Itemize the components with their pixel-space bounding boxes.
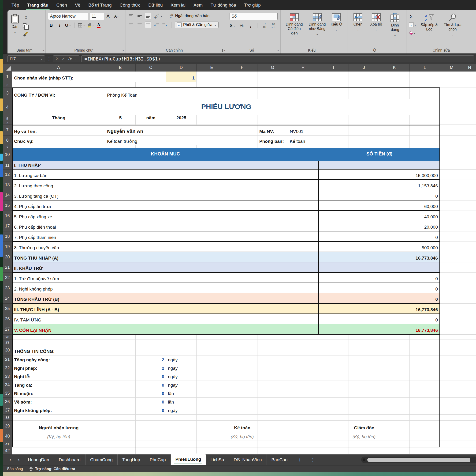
row-header-28[interactable]: 28 — [3, 335, 12, 340]
cell-N40[interactable] — [463, 432, 476, 441]
row-header-33[interactable]: 33 — [3, 372, 12, 381]
cell-F31[interactable] — [227, 355, 257, 364]
cell-A40[interactable]: (Ký, họ tên) — [12, 432, 105, 441]
cell-K28[interactable] — [379, 335, 410, 340]
cell-E32[interactable] — [197, 364, 227, 372]
merge-center-button[interactable]: ↔ Phối & Căn giữa ⌄ — [175, 21, 219, 28]
cell-N12[interactable] — [463, 169, 476, 180]
cell-J41[interactable] — [349, 441, 379, 447]
cell-M22[interactable] — [440, 273, 463, 283]
cell-M33[interactable] — [440, 372, 463, 381]
row-header-13[interactable]: 13 — [3, 180, 12, 190]
cell-D28[interactable] — [166, 335, 197, 340]
cell-H7[interactable]: NV001 — [288, 125, 349, 136]
cell-N36[interactable] — [463, 398, 476, 406]
menu-tab-chèn[interactable]: Chèn — [52, 0, 71, 10]
cell-N42[interactable] — [463, 447, 476, 455]
cell-H6[interactable] — [288, 122, 318, 125]
cell-E35[interactable] — [197, 389, 227, 398]
cell-H3[interactable] — [288, 88, 318, 99]
cell-E29[interactable] — [197, 340, 227, 345]
cell-J32[interactable] — [349, 364, 379, 372]
row-header-7[interactable]: 7 — [3, 125, 12, 136]
payslip-amount-I15[interactable]: 60,000 — [318, 201, 440, 211]
autosum-button[interactable]: Σ⌄ — [409, 13, 416, 20]
menu-tab-tự-động-hóa[interactable]: Tự động hóa — [207, 0, 240, 10]
cell-N41[interactable] — [463, 441, 476, 447]
align-middle-button[interactable] — [136, 13, 143, 19]
cell-H35[interactable] — [288, 389, 318, 398]
cell-G34[interactable] — [257, 381, 288, 389]
cell-E2[interactable] — [197, 82, 227, 88]
cell-H5[interactable] — [288, 115, 318, 122]
cell-J36[interactable] — [349, 398, 379, 406]
cell-I29[interactable] — [318, 340, 349, 345]
cell-C2[interactable] — [136, 82, 166, 88]
insert-function-icon[interactable]: fx — [68, 56, 72, 61]
row-header-1[interactable]: 1 — [3, 72, 12, 82]
cell-B6[interactable] — [105, 122, 136, 125]
cell-A33[interactable]: Nghỉ lễ: — [12, 372, 105, 381]
payslip-amount-I14[interactable]: 0 — [318, 190, 440, 201]
cell-I9[interactable] — [318, 145, 349, 148]
sheet-tab-ChamCong[interactable]: ChamCong — [85, 455, 118, 465]
cell-G40[interactable] — [257, 432, 288, 441]
col-header-D[interactable]: D — [166, 64, 197, 72]
cell-M12[interactable] — [440, 169, 463, 180]
cell-B5[interactable]: 5 — [105, 115, 136, 122]
cell-M7[interactable] — [440, 125, 463, 136]
cell-N13[interactable] — [463, 180, 476, 190]
payslip-amount-I20[interactable]: 16,773,846 — [318, 252, 440, 262]
cell-I1[interactable] — [318, 72, 349, 82]
cell-J37[interactable] — [349, 406, 379, 415]
cell-I5[interactable] — [318, 115, 349, 122]
cell-J9[interactable] — [349, 145, 379, 148]
menu-tab-tệp[interactable]: Tệp — [7, 0, 23, 10]
row-header-9[interactable]: 9 — [3, 145, 12, 148]
cell-N3[interactable] — [463, 88, 476, 99]
number-format-select[interactable]: Số⌄ — [230, 13, 278, 20]
cell-B38[interactable] — [105, 415, 136, 421]
cell-D38[interactable] — [166, 415, 197, 421]
row-header-36[interactable]: 36 — [3, 398, 12, 406]
cell-H30[interactable] — [288, 345, 318, 355]
payslip-amount-I24[interactable]: 0 — [318, 293, 440, 304]
cell-D30[interactable] — [166, 345, 197, 355]
col-header-I[interactable]: I — [318, 64, 349, 72]
row-header-15[interactable]: 15 — [3, 201, 12, 211]
cell-L37[interactable] — [410, 406, 440, 415]
cell-M3[interactable] — [440, 88, 463, 99]
select-all-corner[interactable] — [3, 64, 12, 72]
cell-K33[interactable] — [379, 372, 410, 381]
cell-M37[interactable] — [440, 406, 463, 415]
cell-N25[interactable] — [463, 304, 476, 314]
cell-C39[interactable] — [136, 421, 166, 432]
cell-B31[interactable] — [105, 355, 136, 364]
cell-E38[interactable] — [197, 415, 227, 421]
cell-C36[interactable]: 0 — [136, 398, 166, 406]
cell-H2[interactable] — [288, 82, 318, 88]
cell-M21[interactable] — [440, 262, 463, 273]
cell-C41[interactable] — [136, 441, 166, 447]
cell-M18[interactable] — [440, 231, 463, 242]
cell-N10[interactable] — [463, 148, 476, 161]
cell-H31[interactable] — [288, 355, 318, 364]
cell-G35[interactable] — [257, 389, 288, 398]
cell-B29[interactable] — [105, 340, 136, 345]
cell-J2[interactable] — [349, 82, 379, 88]
cell-E30[interactable] — [197, 345, 227, 355]
cell-A41[interactable] — [12, 441, 105, 447]
cell-C34[interactable]: 0 — [136, 381, 166, 389]
cell-I31[interactable] — [318, 355, 349, 364]
cell-G33[interactable] — [257, 372, 288, 381]
cell-N11[interactable] — [463, 161, 476, 169]
cell-A9[interactable] — [12, 145, 105, 148]
font-size-combo[interactable]: 11⌄ — [90, 13, 104, 20]
row-header-17[interactable]: 17 — [3, 221, 12, 231]
cell-H36[interactable] — [288, 398, 318, 406]
cell-L8[interactable] — [410, 136, 440, 145]
cell-M29[interactable] — [440, 340, 463, 345]
cell-I6[interactable] — [318, 122, 349, 125]
col-header-A[interactable]: A — [12, 64, 105, 72]
cell-J28[interactable] — [349, 335, 379, 340]
